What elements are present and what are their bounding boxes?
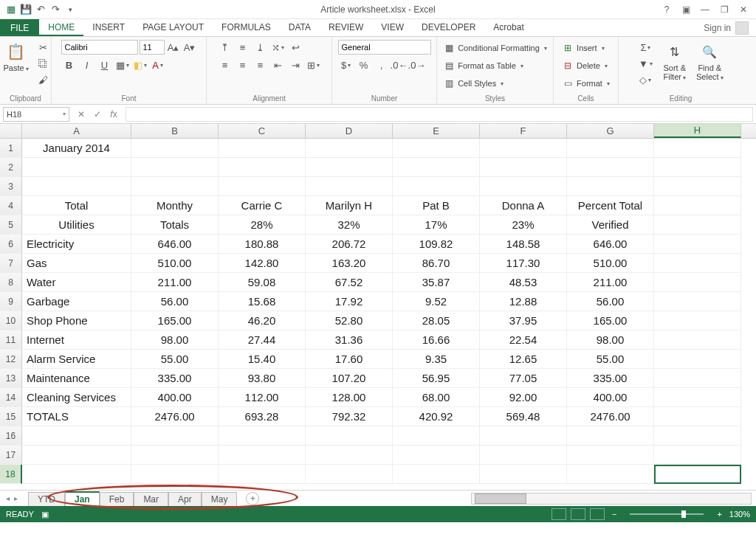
row-header-11[interactable]: 11 — [0, 330, 22, 350]
cell-E2[interactable] — [393, 158, 480, 177]
cell-D7[interactable]: 163.20 — [306, 254, 393, 273]
accounting-format-icon[interactable]: $ — [338, 58, 354, 72]
column-header-H[interactable]: H — [654, 124, 741, 138]
undo-icon[interactable]: ↶ — [34, 3, 47, 16]
column-header-G[interactable]: G — [567, 124, 654, 138]
row-header-6[interactable]: 6 — [0, 235, 22, 254]
cell-G14[interactable]: 400.00 — [567, 388, 654, 407]
format-as-table-button[interactable]: ▤Format as Table — [440, 58, 550, 74]
cell-C18[interactable] — [219, 465, 306, 484]
cell-D13[interactable]: 107.20 — [306, 369, 393, 388]
cell-E8[interactable]: 35.87 — [393, 273, 480, 292]
column-header-B[interactable]: B — [131, 124, 219, 138]
cell-H8[interactable] — [654, 273, 741, 292]
align-right-icon[interactable]: ≡ — [252, 58, 269, 72]
cell-D16[interactable] — [306, 426, 393, 446]
cell-F1[interactable] — [480, 139, 567, 158]
cell-A11[interactable]: Internet — [22, 330, 131, 350]
cell-A2[interactable] — [22, 158, 131, 177]
cell-D5[interactable]: 32% — [306, 215, 393, 235]
cell-B17[interactable] — [131, 446, 219, 465]
border-button[interactable]: ▦ — [114, 58, 131, 72]
formula-input[interactable] — [126, 107, 753, 122]
cell-H15[interactable] — [654, 407, 741, 426]
tab-home[interactable]: HOME — [39, 19, 83, 36]
cell-A14[interactable]: Cleaning Services — [22, 388, 131, 407]
fill-color-button[interactable]: ◧ — [132, 58, 148, 72]
cell-D17[interactable] — [306, 446, 393, 465]
cell-F9[interactable]: 12.88 — [480, 292, 567, 311]
row-header-4[interactable]: 4 — [0, 196, 22, 215]
sheet-tab-jan[interactable]: Jan — [65, 491, 100, 506]
cell-H10[interactable] — [654, 311, 741, 330]
cell-H9[interactable] — [654, 292, 741, 311]
sheet-nav[interactable]: ◂▸ — [4, 494, 19, 502]
cell-A5[interactable]: Utilities — [22, 215, 131, 235]
tab-view[interactable]: VIEW — [372, 19, 413, 36]
new-sheet-button[interactable]: + — [246, 492, 259, 505]
cell-A1[interactable]: January 2014 — [22, 139, 131, 158]
cell-D9[interactable]: 17.92 — [306, 292, 393, 311]
cell-H1[interactable] — [654, 139, 741, 158]
cell-A9[interactable]: Garbage — [22, 292, 131, 311]
macro-record-icon[interactable]: ▣ — [41, 510, 49, 519]
row-header-8[interactable]: 8 — [0, 273, 22, 292]
cell-D3[interactable] — [306, 177, 393, 196]
cell-D15[interactable]: 792.32 — [306, 407, 393, 426]
cell-G7[interactable]: 510.00 — [567, 254, 654, 273]
cell-G18[interactable] — [567, 465, 654, 484]
column-header-E[interactable]: E — [393, 124, 480, 138]
cell-A12[interactable]: Alarm Service — [22, 350, 131, 369]
cell-A13[interactable]: Maintenance — [22, 369, 131, 388]
wrap-text-icon[interactable]: ↩ — [288, 40, 304, 55]
row-header-18[interactable]: 18 — [0, 465, 22, 484]
cell-A8[interactable]: Water — [22, 273, 131, 292]
cell-C10[interactable]: 46.20 — [219, 311, 306, 330]
cell-C6[interactable]: 180.88 — [219, 235, 306, 254]
percent-format-icon[interactable]: % — [356, 58, 372, 72]
zoom-slider[interactable] — [630, 513, 704, 515]
cell-A15[interactable]: TOTALS — [22, 407, 131, 426]
cell-B9[interactable]: 56.00 — [131, 292, 219, 311]
cell-B10[interactable]: 165.00 — [131, 311, 219, 330]
qat-customize-icon[interactable]: ▾ — [63, 3, 77, 16]
column-header-F[interactable]: F — [480, 124, 567, 138]
cell-H2[interactable] — [654, 158, 741, 177]
cell-E9[interactable]: 9.52 — [393, 292, 480, 311]
cell-D12[interactable]: 17.60 — [306, 350, 393, 369]
cell-C14[interactable]: 112.00 — [219, 388, 306, 407]
cell-F5[interactable]: 23% — [480, 215, 567, 235]
sheet-tab-feb[interactable]: Feb — [100, 492, 134, 506]
orientation-icon[interactable]: ⤭ — [270, 40, 286, 55]
cell-C4[interactable]: Carrie C — [219, 196, 306, 215]
italic-button[interactable]: I — [79, 58, 95, 72]
align-left-icon[interactable]: ≡ — [217, 58, 233, 72]
cell-D6[interactable]: 206.72 — [306, 235, 393, 254]
cell-F13[interactable]: 77.05 — [480, 369, 567, 388]
cell-D11[interactable]: 31.36 — [306, 330, 393, 350]
tab-review[interactable]: REVIEW — [320, 19, 372, 36]
cell-E1[interactable] — [393, 139, 480, 158]
cell-A10[interactable]: Shop Phone — [22, 311, 131, 330]
cell-B2[interactable] — [131, 158, 219, 177]
cell-E4[interactable]: Pat B — [393, 196, 480, 215]
sheet-tab-may[interactable]: May — [202, 492, 238, 506]
align-bottom-icon[interactable]: ⤓ — [252, 40, 269, 55]
cell-B8[interactable]: 211.00 — [131, 273, 219, 292]
sheet-tab-apr[interactable]: Apr — [168, 492, 202, 506]
row-header-15[interactable]: 15 — [0, 407, 22, 426]
cell-E13[interactable]: 56.95 — [393, 369, 480, 388]
cell-F16[interactable] — [480, 426, 567, 446]
cell-A4[interactable]: Total — [22, 196, 131, 215]
cell-F11[interactable]: 22.54 — [480, 330, 567, 350]
cell-G16[interactable] — [567, 426, 654, 446]
cell-H16[interactable] — [654, 426, 741, 446]
cell-D14[interactable]: 128.00 — [306, 388, 393, 407]
cell-C8[interactable]: 59.08 — [219, 273, 306, 292]
cell-E3[interactable] — [393, 177, 480, 196]
tab-acrobat[interactable]: Acrobat — [484, 19, 532, 36]
zoom-out-icon[interactable]: − — [612, 510, 616, 519]
cell-styles-button[interactable]: ▥Cell Styles — [440, 75, 550, 91]
horizontal-scrollbar[interactable] — [471, 493, 752, 505]
cell-F18[interactable] — [480, 465, 567, 484]
